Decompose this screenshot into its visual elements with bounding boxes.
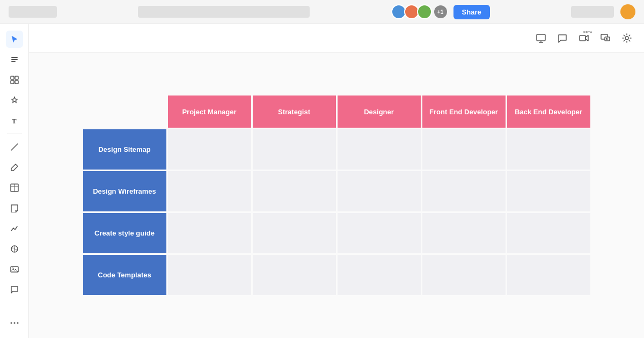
svg-point-18	[17, 322, 18, 324]
svg-rect-2	[11, 61, 16, 62]
cell-wireframes-designer[interactable]	[338, 171, 421, 211]
text-tool[interactable]: T	[6, 112, 23, 129]
cell-wireframes-frontend[interactable]	[422, 171, 506, 211]
table-row: Design Wireframes	[83, 171, 590, 211]
col-header-back-end: Back End Developer	[507, 95, 590, 128]
cell-styleguide-designer[interactable]	[338, 213, 421, 253]
table-row: Code Templates	[83, 255, 590, 295]
beta-label: BETA	[583, 31, 592, 34]
browser-bar-left	[9, 6, 57, 18]
left-sidebar: T	[0, 24, 29, 338]
svg-text:T: T	[12, 117, 17, 125]
cell-code-backend[interactable]	[507, 255, 590, 295]
cell-sitemap-designer[interactable]	[338, 129, 421, 170]
canvas[interactable]: Project Manager Strategist Designer Fron…	[29, 53, 644, 338]
col-header-project-manager: Project Manager	[168, 95, 251, 128]
sidebar-divider-1	[7, 134, 22, 134]
svg-rect-6	[15, 80, 18, 84]
collaborator-avatars: +1	[391, 4, 447, 19]
shapes-tool[interactable]	[6, 71, 23, 89]
cell-sitemap-backend[interactable]	[507, 129, 590, 170]
cell-wireframes-backend[interactable]	[507, 171, 590, 211]
cell-sitemap-strategist[interactable]	[253, 129, 336, 170]
cell-styleguide-backend[interactable]	[507, 213, 590, 253]
corner-cell	[83, 95, 166, 128]
svg-rect-0	[11, 57, 18, 58]
app: T	[0, 24, 644, 338]
screen-share-icon[interactable]	[597, 30, 614, 47]
video-call-icon[interactable]: BETA	[575, 30, 592, 47]
sticky-note-tool[interactable]	[6, 200, 23, 217]
extra-collaborators: +1	[434, 5, 447, 18]
cell-code-strategist[interactable]	[253, 255, 336, 295]
row-header-code-templates: Code Templates	[83, 255, 166, 295]
cell-code-frontend[interactable]	[422, 255, 506, 295]
present-icon[interactable]	[532, 30, 550, 47]
share-button[interactable]: Share	[453, 5, 490, 19]
notes-tool[interactable]	[6, 51, 23, 68]
cell-styleguide-pm[interactable]	[168, 213, 251, 253]
cell-code-pm[interactable]	[168, 255, 251, 295]
comment-tool[interactable]	[6, 281, 23, 298]
main-content: BETA P	[29, 24, 644, 338]
browser-chrome: +1 Share	[0, 0, 644, 24]
avatar-3	[417, 4, 432, 19]
svg-point-17	[13, 322, 15, 324]
raci-matrix: Project Manager Strategist Designer Fron…	[82, 94, 592, 297]
cell-sitemap-frontend[interactable]	[422, 129, 506, 170]
table-row: Create style guide	[83, 213, 590, 253]
col-header-front-end: Front End Developer	[422, 95, 506, 128]
browser-address-bar[interactable]	[138, 6, 310, 18]
col-header-designer: Designer	[338, 95, 421, 128]
svg-rect-22	[580, 35, 586, 41]
settings-icon[interactable]	[618, 30, 635, 47]
cell-sitemap-pm[interactable]	[168, 129, 251, 170]
favorites-tool[interactable]	[6, 92, 23, 109]
user-avatar[interactable]	[620, 4, 635, 19]
cursor-tool[interactable]	[6, 31, 23, 48]
svg-rect-1	[11, 59, 18, 60]
cell-code-designer[interactable]	[338, 255, 421, 295]
svg-rect-3	[11, 76, 14, 79]
image-tool[interactable]	[6, 261, 23, 278]
cell-styleguide-strategist[interactable]	[253, 213, 336, 253]
svg-rect-5	[11, 80, 14, 84]
more-tools[interactable]	[6, 314, 23, 332]
cell-styleguide-frontend[interactable]	[422, 213, 506, 253]
browser-bar-right	[571, 6, 614, 18]
chat-icon[interactable]	[554, 30, 571, 47]
svg-point-25	[625, 36, 628, 40]
svg-rect-4	[15, 76, 18, 79]
chart-tool[interactable]	[6, 220, 23, 237]
pen-tool[interactable]	[6, 159, 23, 176]
line-tool[interactable]	[6, 138, 23, 156]
table-row: Design Sitemap	[83, 129, 590, 170]
toolbar: BETA	[29, 24, 644, 53]
cell-wireframes-pm[interactable]	[168, 171, 251, 211]
svg-line-8	[11, 144, 18, 150]
cell-wireframes-strategist[interactable]	[253, 171, 336, 211]
svg-rect-19	[537, 34, 545, 41]
svg-point-16	[10, 322, 12, 324]
svg-rect-24	[605, 37, 610, 41]
table-tool[interactable]	[6, 179, 23, 196]
diagram-tool[interactable]	[6, 240, 23, 258]
row-header-wireframes: Design Wireframes	[83, 171, 166, 211]
row-header-design-sitemap: Design Sitemap	[83, 129, 166, 170]
row-header-style-guide: Create style guide	[83, 213, 166, 253]
col-header-strategist: Strategist	[253, 95, 336, 128]
